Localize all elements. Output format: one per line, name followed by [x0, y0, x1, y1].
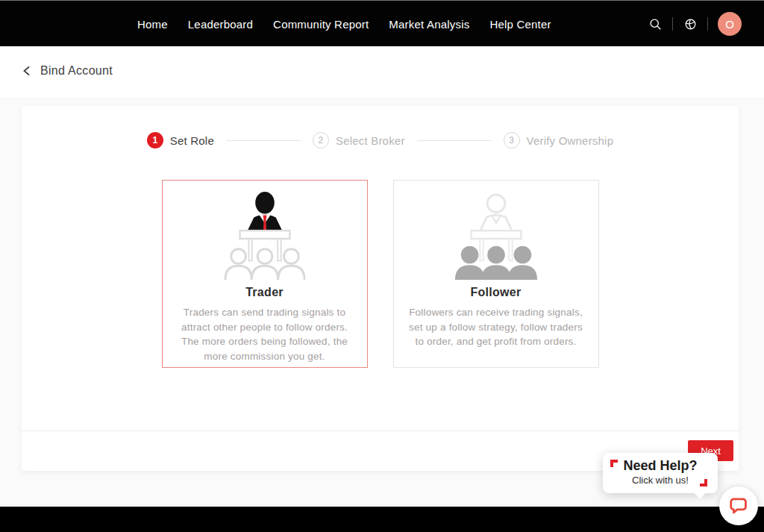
- bind-account-panel: 1 Set Role 2 Select Broker 3 Verify Owne…: [22, 106, 739, 471]
- nav-item-market-analysis[interactable]: Market Analysis: [389, 18, 469, 31]
- nav-menu: Home Leaderboard Community Report Market…: [137, 1, 551, 47]
- content-area: 1 Set Role 2 Select Broker 3 Verify Owne…: [0, 97, 764, 507]
- stepper-connector: [417, 140, 492, 141]
- page-footer-bar: [0, 507, 764, 532]
- step-2-label: Select Broker: [336, 134, 405, 147]
- nav-item-help-center[interactable]: Help Center: [489, 18, 551, 31]
- search-icon[interactable]: [648, 16, 663, 31]
- help-popup-title: Need Help?: [603, 458, 718, 474]
- nav-divider: [707, 17, 708, 31]
- nav-item-home[interactable]: Home: [137, 18, 168, 31]
- follower-audience-icon: [451, 190, 541, 280]
- page-subheader: Bind Account: [0, 46, 764, 97]
- red-corner-bracket-icon: [610, 460, 618, 467]
- role-cards: Trader Traders can send trading signals …: [22, 180, 739, 368]
- page-title: Bind Account: [40, 64, 113, 78]
- step-set-role: 1 Set Role: [147, 132, 214, 148]
- step-3-circle: 3: [504, 132, 520, 148]
- nav-item-leaderboard[interactable]: Leaderboard: [188, 18, 253, 31]
- role-card-follower[interactable]: Follower Followers can receive trading s…: [393, 180, 599, 368]
- back-button[interactable]: Bind Account: [22, 64, 113, 78]
- stepper: 1 Set Role 2 Select Broker 3 Verify Owne…: [22, 106, 739, 148]
- need-help-popup[interactable]: Need Help? Click with us!: [603, 453, 718, 493]
- stepper-connector: [226, 140, 301, 141]
- user-avatar[interactable]: O: [718, 12, 742, 36]
- trader-description: Traders can send trading signals to attr…: [163, 305, 367, 363]
- top-nav-bar: Home Leaderboard Community Report Market…: [0, 0, 764, 46]
- globe-language-icon[interactable]: [683, 16, 698, 31]
- chat-bubble-icon: [728, 495, 749, 516]
- red-corner-bracket-icon: [700, 479, 707, 486]
- step-select-broker: 2 Select Broker: [313, 132, 405, 148]
- step-verify-ownership: 3 Verify Ownership: [504, 132, 614, 148]
- follower-title: Follower: [394, 286, 598, 299]
- step-3-label: Verify Ownership: [527, 134, 614, 147]
- step-2-circle: 2: [313, 132, 329, 148]
- live-chat-button[interactable]: [719, 486, 758, 525]
- nav-item-community-report[interactable]: Community Report: [273, 18, 369, 31]
- nav-right-group: O: [648, 1, 742, 47]
- back-chevron-icon: [22, 66, 31, 76]
- trader-podium-icon: [220, 190, 310, 280]
- trader-title: Trader: [163, 286, 367, 299]
- step-1-label: Set Role: [170, 134, 214, 147]
- nav-divider: [672, 17, 673, 31]
- step-1-circle: 1: [147, 132, 163, 148]
- role-card-trader[interactable]: Trader Traders can send trading signals …: [162, 180, 368, 368]
- follower-description: Followers can receive trading signals, s…: [394, 305, 598, 349]
